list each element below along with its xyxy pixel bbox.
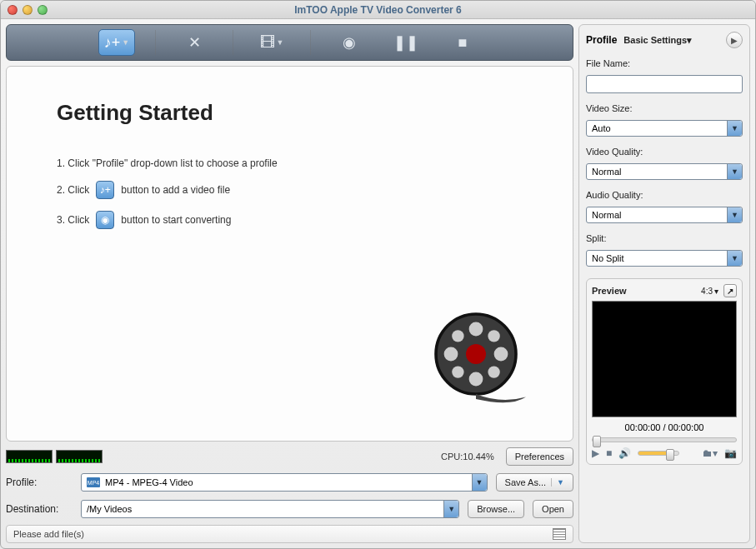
video-size-value: Auto xyxy=(592,123,611,133)
separator xyxy=(310,30,311,55)
add-file-icon: ♪+ xyxy=(104,34,121,52)
basic-settings-label: Basic Settings xyxy=(623,35,687,45)
preview-panel: Preview 4:3▾ ↗ 00:00:00 / 00:00:00 ▶ ■ 🔊… xyxy=(586,278,743,465)
chevron-down-icon[interactable]: ▼ xyxy=(443,501,458,517)
cpu-core-meter xyxy=(56,450,103,463)
side-header: Profile Basic Settings▾ ▶ xyxy=(586,32,743,48)
window-title: ImTOO Apple TV Video Converter 6 xyxy=(1,4,755,16)
file-name-label: File Name: xyxy=(586,58,743,68)
svg-point-9 xyxy=(488,366,499,377)
stop-button[interactable]: ■ xyxy=(444,29,481,56)
video-size-select[interactable]: Auto ▼ xyxy=(586,120,743,137)
browse-button[interactable]: Browse... xyxy=(468,500,524,518)
popout-icon[interactable]: ↗ xyxy=(723,284,737,297)
chevron-down-icon[interactable]: ▼ xyxy=(122,38,129,47)
video-size-label: Video Size: xyxy=(586,103,743,113)
audio-quality-label: Audio Quality: xyxy=(586,190,743,200)
film-add-icon: 🎞 xyxy=(260,34,275,52)
open-button[interactable]: Open xyxy=(533,500,573,518)
profile-header-label: Profile xyxy=(586,34,617,46)
preview-header: Preview 4:3▾ ↗ xyxy=(592,284,737,297)
stop-icon[interactable]: ■ xyxy=(606,447,612,459)
profile-dropdown[interactable]: MP4 MP4 - MPEG-4 Video ▼ xyxy=(81,473,488,492)
svg-point-7 xyxy=(488,330,499,342)
profile-row: Profile: MP4 MP4 - MPEG-4 Video ▼ Save A… xyxy=(6,472,573,493)
split-select[interactable]: No Split ▼ xyxy=(586,250,743,267)
aspect-ratio-value: 4:3 xyxy=(701,287,713,296)
snapshot-folder-icon[interactable]: 🖿▾ xyxy=(703,447,718,459)
preview-screen xyxy=(592,301,737,417)
step-2: 2. Click ♪+ button to add a video file xyxy=(57,181,523,199)
destination-dropdown[interactable]: /My Videos ▼ xyxy=(81,500,459,518)
step-3-text-a: 3. Click xyxy=(57,214,89,226)
preferences-button[interactable]: Preferences xyxy=(506,447,573,466)
file-name-input[interactable] xyxy=(586,75,743,93)
getting-started-heading: Getting Started xyxy=(57,100,523,126)
film-reel-image xyxy=(431,309,531,409)
record-icon: ◉ xyxy=(343,33,356,52)
window-body: ♪+ ▼ ✕ 🎞 ▼ ◉ ❚❚ ■ Getting Started 1. Cli… xyxy=(1,19,755,548)
destination-row: Destination: /My Videos ▼ Browse... Open xyxy=(6,498,573,520)
close-icon: ✕ xyxy=(188,33,201,52)
list-icon[interactable] xyxy=(553,528,566,540)
cpu-core-meter xyxy=(6,450,53,463)
volume-icon[interactable]: 🔊 xyxy=(618,447,631,459)
stop-icon: ■ xyxy=(458,34,468,52)
titlebar: ImTOO Apple TV Video Converter 6 xyxy=(1,1,755,19)
chevron-down-icon[interactable]: ▼ xyxy=(727,121,742,136)
separator xyxy=(233,30,233,55)
status-text: Please add file(s) xyxy=(13,529,84,539)
svg-point-8 xyxy=(452,366,463,377)
chevron-down-icon[interactable]: ▼ xyxy=(472,474,487,491)
cpu-bar: CPU:10.44% Preferences xyxy=(6,447,573,467)
step-3: 3. Click ◉ button to start converting xyxy=(57,211,523,229)
main-pane: ♪+ ▼ ✕ 🎞 ▼ ◉ ❚❚ ■ Getting Started 1. Cli… xyxy=(6,24,573,543)
record-icon: ◉ xyxy=(96,211,114,229)
advance-button[interactable]: ▶ xyxy=(726,32,743,48)
audio-quality-select[interactable]: Normal ▼ xyxy=(586,207,743,223)
svg-point-3 xyxy=(469,372,483,387)
chevron-down-icon[interactable]: ▼ xyxy=(727,164,742,179)
add-file-button[interactable]: ♪+ ▼ xyxy=(98,29,135,56)
preview-label: Preview xyxy=(592,286,627,296)
add-video-button[interactable]: 🎞 ▼ xyxy=(253,29,290,56)
cpu-usage-label: CPU:10.44% xyxy=(441,452,494,462)
svg-point-4 xyxy=(444,347,458,362)
remove-button[interactable]: ✕ xyxy=(176,29,213,56)
pause-icon: ❚❚ xyxy=(393,33,418,52)
chevron-down-icon[interactable]: ▼ xyxy=(551,478,564,487)
chevron-down-icon[interactable]: ▼ xyxy=(727,207,742,222)
step-2-text-b: button to add a video file xyxy=(121,184,230,196)
step-3-text-b: button to start converting xyxy=(121,214,231,226)
play-icon[interactable]: ▶ xyxy=(592,447,599,459)
volume-slider[interactable] xyxy=(638,451,679,456)
aspect-ratio-dropdown[interactable]: 4:3▾ xyxy=(701,287,718,296)
step-2-text-a: 2. Click xyxy=(57,184,89,196)
save-as-button[interactable]: Save As... ▼ xyxy=(496,473,573,492)
svg-point-6 xyxy=(452,330,463,342)
preview-seekbar[interactable] xyxy=(592,437,737,442)
destination-label: Destination: xyxy=(6,503,73,515)
preview-controls: ▶ ■ 🔊 🖿▾ 📷 xyxy=(592,447,737,459)
svg-point-2 xyxy=(469,322,483,337)
split-label: Split: xyxy=(586,233,743,243)
destination-value: /My Videos xyxy=(87,504,132,514)
toolbar: ♪+ ▼ ✕ 🎞 ▼ ◉ ❚❚ ■ xyxy=(6,24,573,61)
chevron-down-icon[interactable]: ▼ xyxy=(727,251,742,266)
pause-button[interactable]: ❚❚ xyxy=(388,29,424,56)
side-panel: Profile Basic Settings▾ ▶ File Name: Vid… xyxy=(578,24,750,543)
step-1: 1. Click "Profile" drop-down list to cho… xyxy=(57,157,523,169)
format-badge: MP4 xyxy=(87,477,100,487)
profile-label: Profile: xyxy=(6,477,73,488)
video-quality-select[interactable]: Normal ▼ xyxy=(586,163,743,180)
status-bar: Please add file(s) xyxy=(6,525,573,543)
split-value: No Split xyxy=(592,253,624,263)
camera-icon[interactable]: 📷 xyxy=(724,447,737,459)
chevron-down-icon[interactable]: ▼ xyxy=(277,38,284,47)
app-window: ImTOO Apple TV Video Converter 6 ♪+ ▼ ✕ … xyxy=(0,0,756,549)
save-as-label: Save As... xyxy=(505,477,547,487)
video-quality-label: Video Quality: xyxy=(586,147,743,157)
basic-settings-toggle[interactable]: Basic Settings▾ xyxy=(623,35,692,46)
content-stage: Getting Started 1. Click "Profile" drop-… xyxy=(6,66,573,442)
record-button[interactable]: ◉ xyxy=(331,29,368,56)
